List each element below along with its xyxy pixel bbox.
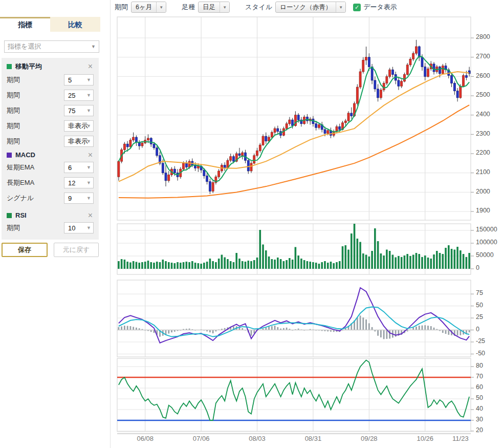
rsi-axis-label: 60: [476, 383, 483, 391]
x-axis-label: 07/06: [193, 435, 210, 442]
row-label: シグナル: [7, 194, 64, 203]
sidebar-tabs: 指標 比較: [0, 17, 100, 32]
moving-average-value-select-1[interactable]: 25▼: [64, 90, 94, 101]
row-label: 期間: [7, 137, 64, 146]
moving-average-value-select-3[interactable]: 非表示▼: [64, 120, 94, 132]
chevron-down-icon: ▼: [86, 225, 91, 230]
macd-value-select-2[interactable]: 9▼: [64, 193, 94, 204]
volume-axis-label: 0: [476, 264, 479, 271]
section-title: MACD: [15, 151, 87, 159]
save-button[interactable]: 保存: [2, 243, 48, 257]
rsi-axis-label: 20: [476, 426, 483, 434]
macd-color-swatch-icon: [7, 153, 12, 158]
x-axis-label: 08/03: [249, 435, 266, 442]
row-label: 期間: [7, 91, 64, 100]
moving-average-row-2: 期間75▼: [2, 103, 99, 118]
chevron-down-icon: ▼: [86, 77, 91, 82]
select-value: 25: [68, 92, 75, 99]
select-value: 12: [68, 179, 75, 187]
close-icon[interactable]: ×: [87, 153, 94, 158]
section-macd: MACD×短期EMA6▼長期EMA12▼シグナル9▼: [2, 147, 99, 210]
moving-average-value-select-2[interactable]: 75▼: [64, 105, 94, 116]
macd-axis-label: 50: [476, 302, 483, 309]
select-value: 10: [68, 224, 75, 232]
chart-region: 期間 6ヶ月 ▼ 足種 日足 ▼ スタイル ローソク（赤青） ▼ ✓ データ表示…: [110, 0, 503, 448]
price-axis-label: 2800: [476, 33, 490, 40]
macd-axis-label: 25: [476, 313, 483, 321]
macd-value-select-0[interactable]: 6▼: [64, 162, 94, 173]
moving-average-value-select-4[interactable]: 非表示▼: [64, 136, 94, 147]
chevron-down-icon: ▼: [86, 180, 91, 185]
rsi-color-swatch-icon: [7, 213, 12, 218]
price-axis-label: 2400: [476, 111, 490, 118]
macd-axis-label: -25: [476, 337, 485, 345]
section-title: RSI: [15, 211, 87, 219]
volume-axis-label: 150000: [476, 226, 497, 233]
macd-pane: 7550250-25-50: [117, 280, 485, 357]
macd-axis-label: -50: [476, 350, 485, 357]
select-value: 非表示: [68, 137, 88, 146]
chevron-down-icon: ▼: [86, 93, 91, 98]
section-moving-average: 移動平均×期間5▼期間25▼期間75▼期間非表示▼期間非表示▼: [2, 58, 99, 153]
chevron-down-icon: ▼: [86, 165, 91, 170]
macd-row-2: シグナル9▼: [2, 190, 99, 206]
chevron-down-icon: ▼: [86, 123, 91, 129]
moving-average-row-0: 期間5▼: [2, 72, 99, 88]
tab-compare[interactable]: 比較: [50, 17, 100, 32]
chevron-down-icon: ▼: [86, 196, 91, 201]
macd-row-0: 短期EMA6▼: [2, 160, 99, 175]
rsi-axis-label: 30: [476, 416, 483, 423]
chart-canvas[interactable]: 2800270026002500240023002200210020001900…: [111, 0, 503, 448]
rsi-axis-label: 70: [476, 373, 483, 380]
price-axis-label: 2300: [476, 130, 490, 137]
row-label: 期間: [7, 106, 64, 115]
select-value: 9: [68, 195, 72, 202]
price-axis-label: 2200: [476, 149, 490, 156]
row-label: 長期EMA: [7, 178, 64, 187]
row-label: 期間: [7, 75, 64, 84]
macd-row-1: 長期EMA12▼: [2, 175, 99, 190]
reset-button[interactable]: 元に戻す: [54, 243, 99, 257]
moving-average-row-1: 期間25▼: [2, 88, 99, 103]
x-axis-label: 09/28: [361, 435, 378, 442]
volume-axis-label: 50000: [476, 251, 494, 259]
price-axis-label: 2700: [476, 53, 490, 60]
rsi-axis-label: 40: [476, 405, 483, 412]
x-axis-label: 06/08: [137, 435, 154, 442]
section-title: 移動平均: [15, 62, 87, 71]
section-header: RSI×: [2, 207, 99, 220]
price-axis-label: 2100: [476, 168, 490, 176]
row-label: 短期EMA: [7, 163, 64, 172]
rsi-row-0: 期間10▼: [2, 220, 99, 236]
indicator-select[interactable]: 指標を選択 ▼: [4, 40, 99, 53]
x-axis-labels: 06/0807/0608/0308/3109/2810/2611/23: [137, 435, 468, 442]
select-value: 5: [68, 76, 72, 84]
price-axis-label: 2000: [476, 188, 490, 195]
price-axis-label: 1900: [476, 207, 490, 214]
close-icon[interactable]: ×: [87, 213, 94, 218]
sidebar-buttons: 保存 元に戻す: [2, 243, 99, 257]
x-axis-label: 08/31: [305, 435, 322, 442]
indicator-select-placeholder: 指標を選択: [8, 42, 41, 51]
rsi-value-select-0[interactable]: 10▼: [64, 222, 94, 233]
select-value: 6: [68, 164, 72, 172]
rsi-axis-label: 50: [476, 394, 483, 401]
macd-axis-label: 75: [476, 289, 483, 296]
close-icon[interactable]: ×: [87, 64, 94, 69]
macd-axis-label: 0: [476, 326, 479, 333]
price-pane: 2800270026002500240023002200210020001900: [117, 17, 490, 220]
price-axis-label: 2500: [476, 91, 490, 98]
rsi-pane: 80706050403020: [117, 358, 483, 434]
section-header: MACD×: [2, 147, 99, 160]
select-value: 75: [68, 107, 75, 115]
chevron-down-icon: ▼: [86, 108, 91, 113]
x-axis-label: 11/23: [452, 435, 469, 442]
indicator-sidebar: 指標 比較 指標を選択 ▼ 移動平均×期間5▼期間25▼期間75▼期間非表示▼期…: [0, 0, 100, 448]
moving-average-value-select-0[interactable]: 5▼: [64, 74, 94, 86]
chevron-down-icon: ▼: [91, 44, 96, 49]
moving-average-row-3: 期間非表示▼: [2, 118, 99, 134]
volume-pane: 150000100000500000: [117, 224, 497, 274]
tab-indicators[interactable]: 指標: [0, 17, 50, 32]
chevron-down-icon: ▼: [86, 139, 91, 144]
macd-value-select-1[interactable]: 12▼: [64, 177, 94, 188]
